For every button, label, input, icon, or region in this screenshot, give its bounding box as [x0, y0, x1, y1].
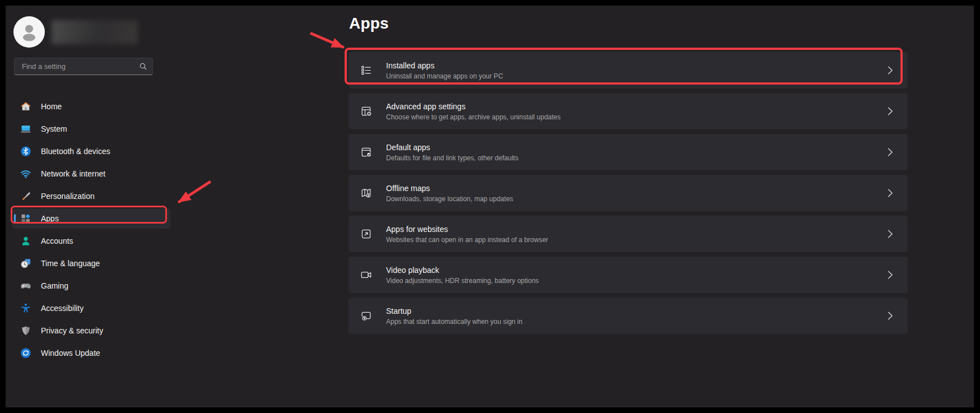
row-title: Apps for websites — [386, 225, 548, 234]
row-subtitle: Choose where to get apps, archive apps, … — [386, 113, 561, 121]
page-title: Apps — [349, 15, 389, 33]
search-box[interactable] — [14, 58, 153, 75]
row-subtitle: Defaults for file and link types, other … — [386, 154, 518, 162]
offline-maps-icon — [360, 187, 373, 199]
sidebar-item-gaming[interactable]: Gaming — [12, 276, 170, 296]
sidebar-item-bluetooth-devices[interactable]: Bluetooth & devices — [12, 141, 170, 161]
chevron-right-icon — [884, 64, 897, 77]
settings-rows: Installed appsUninstall and manage apps … — [349, 52, 908, 334]
sidebar-item-label: Apps — [41, 214, 59, 223]
settings-row-startup[interactable]: StartupApps that start automatically whe… — [349, 298, 908, 334]
system-icon — [20, 123, 31, 134]
row-title: Advanced app settings — [386, 102, 561, 111]
row-subtitle: Downloads, storage location, map updates — [386, 195, 513, 203]
sidebar-item-label: Gaming — [41, 281, 68, 290]
sidebar-item-privacy-security[interactable]: Privacy & security — [12, 321, 170, 341]
settings-row-advanced-app-settings[interactable]: Advanced app settingsChoose where to get… — [349, 93, 908, 129]
accounts-icon — [20, 235, 31, 247]
row-text: Video playbackVideo adjustments, HDR str… — [386, 266, 539, 285]
advanced-app-settings-icon — [360, 105, 373, 118]
selection-pill — [14, 214, 16, 223]
row-text: Installed appsUninstall and manage apps … — [386, 61, 503, 80]
default-apps-icon — [360, 146, 373, 159]
chevron-right-icon — [884, 268, 897, 281]
chevron-right-icon — [884, 228, 897, 240]
home-icon — [20, 101, 31, 112]
sidebar-item-label: Windows Update — [41, 349, 100, 358]
sidebar-item-accounts[interactable]: Accounts — [12, 231, 170, 251]
avatar[interactable] — [13, 16, 45, 48]
startup-icon — [360, 309, 373, 322]
sidebar-item-personalization[interactable]: Personalization — [12, 186, 170, 206]
personalization-icon — [20, 191, 31, 202]
gaming-icon — [20, 280, 31, 291]
sidebar-nav: HomeSystemBluetooth & devicesNetwork & i… — [12, 96, 170, 365]
sidebar-item-home[interactable]: Home — [12, 96, 170, 117]
row-title: Default apps — [386, 143, 518, 152]
search-input[interactable] — [21, 62, 138, 71]
row-subtitle: Apps that start automatically when you s… — [386, 318, 522, 326]
row-subtitle: Video adjustments, HDR streaming, batter… — [386, 277, 539, 285]
row-subtitle: Websites that can open in an app instead… — [386, 236, 548, 244]
time-language-icon — [20, 258, 31, 269]
bluetooth-icon — [20, 146, 31, 157]
sidebar-item-label: Privacy & security — [41, 326, 103, 335]
sidebar-item-label: System — [41, 124, 67, 133]
network-icon — [20, 168, 31, 179]
sidebar-item-system[interactable]: System — [12, 119, 170, 139]
settings-row-offline-maps[interactable]: Offline mapsDownloads, storage location,… — [349, 175, 908, 211]
privacy-icon — [20, 325, 31, 336]
sidebar-item-apps[interactable]: Apps — [12, 208, 170, 229]
chevron-right-icon — [884, 309, 897, 322]
sidebar-item-label: Accounts — [41, 236, 73, 245]
row-text: Default appsDefaults for file and link t… — [386, 143, 518, 162]
sidebar-item-label: Bluetooth & devices — [41, 147, 110, 156]
row-text: Offline mapsDownloads, storage location,… — [386, 184, 513, 203]
settings-row-default-apps[interactable]: Default appsDefaults for file and link t… — [349, 134, 908, 170]
sidebar-item-label: Network & internet — [41, 169, 105, 178]
row-title: Installed apps — [386, 61, 503, 70]
accessibility-icon — [20, 303, 31, 314]
row-subtitle: Uninstall and manage apps on your PC — [386, 72, 503, 80]
apps-icon — [20, 213, 31, 224]
chevron-right-icon — [884, 105, 897, 118]
row-text: Advanced app settingsChoose where to get… — [386, 102, 561, 121]
installed-apps-icon — [360, 64, 373, 77]
settings-row-video-playback[interactable]: Video playbackVideo adjustments, HDR str… — [349, 257, 908, 293]
chevron-right-icon — [884, 187, 897, 199]
sidebar-item-label: Time & language — [41, 259, 100, 268]
row-text: Apps for websitesWebsites that can open … — [386, 225, 548, 244]
sidebar-item-network-internet[interactable]: Network & internet — [12, 164, 170, 184]
apps-for-websites-icon — [360, 228, 373, 240]
settings-row-installed-apps[interactable]: Installed appsUninstall and manage apps … — [349, 52, 908, 89]
person-icon — [17, 20, 41, 44]
sidebar-item-time-language[interactable]: Time & language — [12, 253, 170, 273]
sidebar-item-label: Accessibility — [41, 304, 83, 313]
row-text: StartupApps that start automatically whe… — [386, 307, 522, 326]
windows-update-icon — [20, 347, 31, 359]
search-icon — [138, 62, 148, 71]
row-title: Startup — [386, 307, 522, 315]
user-name-redacted — [52, 20, 138, 44]
video-playback-icon — [360, 268, 373, 281]
sidebar-item-label: Home — [41, 102, 62, 111]
settings-row-apps-for-websites[interactable]: Apps for websitesWebsites that can open … — [349, 216, 908, 252]
sidebar-item-windows-update[interactable]: Windows Update — [12, 343, 170, 363]
row-title: Offline maps — [386, 184, 513, 193]
sidebar-item-label: Personalization — [41, 192, 95, 201]
sidebar-item-accessibility[interactable]: Accessibility — [12, 298, 170, 318]
chevron-right-icon — [884, 146, 897, 159]
row-title: Video playback — [386, 266, 539, 275]
